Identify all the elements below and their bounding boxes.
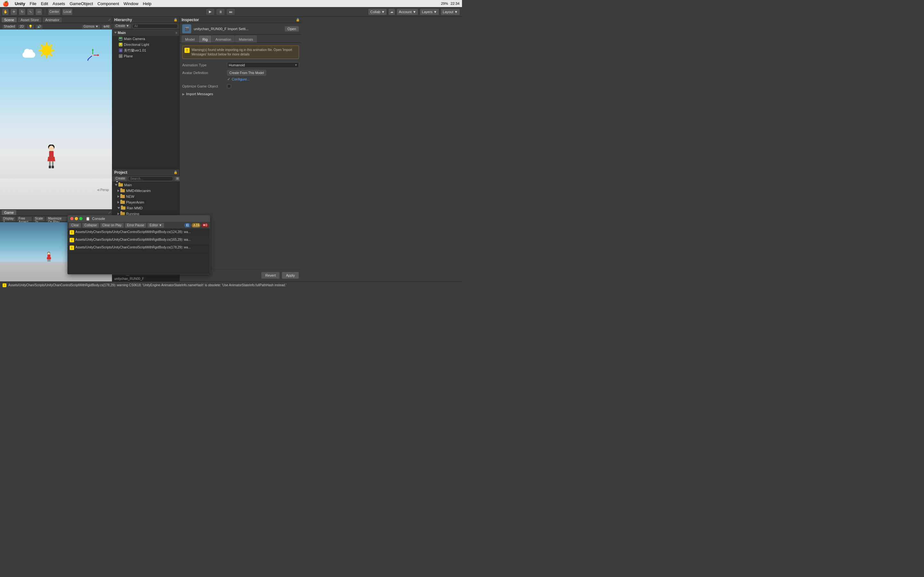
project-item-ranmmd[interactable]: Ran MMD [112, 205, 179, 211]
svg-rect-5 [49, 166, 51, 168]
cloud-btn[interactable]: ☁ [388, 8, 395, 15]
shaded-dropdown[interactable]: Shaded [2, 24, 17, 29]
pause-button[interactable]: ⏸ [216, 8, 225, 15]
hand-tool-btn[interactable]: ✋ [2, 8, 9, 15]
console-clear-on-play-btn[interactable]: Clear on Play [100, 223, 124, 228]
project-lock-icon[interactable]: 🔒 [174, 171, 178, 174]
play-button[interactable]: ▶ [206, 8, 215, 15]
hierarchy-options-icon[interactable]: ≡ [176, 31, 178, 35]
rect-tool-btn[interactable]: ▭ [35, 8, 42, 15]
scene-maximize-icon[interactable]: ⤢ [108, 18, 111, 21]
scene-character [45, 145, 58, 171]
hierarchy-search[interactable] [132, 24, 178, 29]
audio-btn[interactable]: 🔊 [35, 24, 43, 29]
project-header: Project 🔒 [112, 169, 179, 176]
step-button[interactable]: ⏭ [226, 8, 235, 15]
project-create-btn[interactable]: Create ▼ [113, 176, 127, 181]
center-btn[interactable]: Center [48, 8, 61, 15]
scale-tool-btn[interactable]: ⤡ [27, 8, 34, 15]
console-minimize-btn[interactable] [75, 217, 78, 220]
project-item-playeranim[interactable]: PlayerAnim [112, 199, 179, 205]
lighting-btn[interactable]: 💡 [27, 24, 34, 29]
hierarchy-item-plane[interactable]: ▱ Plane [112, 53, 179, 59]
console-collapse-btn[interactable]: Collapse [82, 223, 99, 228]
optimize-row: Optimize Game Object [182, 83, 299, 90]
configure-link[interactable]: Configure... [232, 77, 250, 81]
project-item-main[interactable]: Main [112, 182, 179, 188]
hierarchy-item-camera[interactable]: 📷 Main Camera [112, 36, 179, 42]
search-all-dropdown[interactable]: ⊕All [102, 24, 111, 29]
svg-marker-8 [97, 54, 99, 56]
menu-file[interactable]: File [30, 1, 37, 6]
revert-button[interactable]: Revert [261, 272, 280, 279]
console-clear-btn[interactable]: Clear [69, 223, 81, 228]
app-name[interactable]: Unity [15, 1, 25, 6]
move-tool-btn[interactable]: ✛ [10, 8, 17, 15]
folder-collapse-arrow [118, 189, 120, 192]
tab-animation[interactable]: Animation [212, 35, 234, 43]
local-btn[interactable]: Local [62, 8, 73, 15]
hierarchy-create-btn[interactable]: Create ▼ [113, 24, 131, 29]
console-log-item-1[interactable]: ! Assets/UnityChan/Scripts/UnityChanCont… [68, 237, 210, 244]
animation-type-dropdown[interactable]: Humanoid ▼ [227, 62, 299, 68]
scene-name: Main [118, 31, 126, 35]
rotate-tool-btn[interactable]: ↻ [19, 8, 26, 15]
inspector-lock-icon[interactable]: 🔒 [296, 18, 300, 21]
scene-expand-arrow[interactable] [114, 32, 117, 34]
create-from-model-button[interactable]: Create From This Model [227, 70, 266, 76]
menu-help[interactable]: Help [143, 1, 152, 6]
import-messages-row[interactable]: ▶ Import Messages [182, 90, 299, 97]
console-log-item-0[interactable]: ! Assets/UnityChan/Scripts/UnityChanCont… [68, 229, 210, 237]
account-dropdown[interactable]: Account ▼ [397, 8, 418, 15]
tab-asset-store[interactable]: Asset Store [18, 17, 42, 23]
hierarchy-item-light[interactable]: 💡 Directional Light [112, 42, 179, 47]
2d-btn[interactable]: 2D [18, 24, 26, 29]
svg-rect-4 [52, 161, 53, 166]
display-dropdown[interactable]: Display 1 [1, 216, 16, 221]
scale-control[interactable]: Scale 2x [33, 216, 45, 221]
console-err-badge: ✖ 0 [202, 223, 208, 227]
optimize-checkbox[interactable] [227, 84, 231, 88]
project-item-mmd4mecanim[interactable]: MMD4Mecanim [112, 188, 179, 193]
console-editor-btn[interactable]: Editor ▼ [147, 223, 164, 228]
console-maximize-btn[interactable] [79, 217, 82, 220]
open-button[interactable]: Open [284, 26, 299, 32]
console-warn-badge: ⚠ 15 [192, 223, 200, 227]
gizmos-dropdown[interactable]: Gizmos ▼ [81, 24, 100, 29]
maximize-on-play[interactable]: Maximize On Play [46, 216, 67, 221]
project-search[interactable] [128, 176, 173, 181]
console-error-pause-btn[interactable]: Error Pause [125, 223, 146, 228]
aspect-dropdown[interactable]: Free Aspect [17, 216, 32, 221]
hierarchy-lock-icon[interactable]: 🔒 [174, 18, 178, 21]
tab-animator[interactable]: Animator [42, 17, 62, 23]
tab-game[interactable]: Game [1, 210, 17, 215]
svg-rect-3 [49, 161, 51, 166]
tab-rig[interactable]: Rig [199, 35, 212, 43]
menu-edit[interactable]: Edit [41, 1, 48, 6]
console-close-btn[interactable] [70, 217, 73, 220]
hierarchy-item-unitychan[interactable]: ◎ 美竹蘭ver1.01 [112, 47, 179, 53]
layers-dropdown[interactable]: Layers ▼ [420, 8, 439, 15]
game-maximize-icon[interactable]: ⤢ [108, 211, 111, 214]
apply-button[interactable]: Apply [282, 272, 299, 279]
layout-dropdown[interactable]: Layout ▼ [441, 8, 460, 15]
project-item-label: NEW [126, 195, 134, 198]
folder-icon [120, 189, 125, 192]
tab-materials[interactable]: Materials [235, 35, 257, 43]
light-icon: 💡 [119, 43, 123, 47]
menu-window[interactable]: Window [124, 1, 138, 6]
collab-dropdown[interactable]: Collab ▼ [368, 8, 387, 15]
folder-icon [121, 206, 126, 210]
console-panel: 📋 Console Clear Collapse Clear on Play E… [67, 215, 210, 274]
apple-icon[interactable]: 🍎 [3, 1, 9, 7]
scene-panel-tabs: Scene Asset Store Animator ⤢ [0, 17, 112, 23]
menu-component[interactable]: Component [97, 1, 119, 6]
console-log-item-2[interactable]: ! Assets/UnityChan/Scripts/UnityChanCont… [68, 244, 210, 252]
asset-icon: 🎬 [182, 24, 191, 33]
project-item-new[interactable]: NEW [112, 193, 179, 199]
svg-point-15 [48, 252, 50, 255]
menu-assets[interactable]: Assets [53, 1, 65, 6]
tab-scene[interactable]: Scene [1, 17, 17, 23]
tab-model[interactable]: Model [182, 35, 198, 43]
menu-gameobject[interactable]: GameObject [69, 1, 93, 6]
